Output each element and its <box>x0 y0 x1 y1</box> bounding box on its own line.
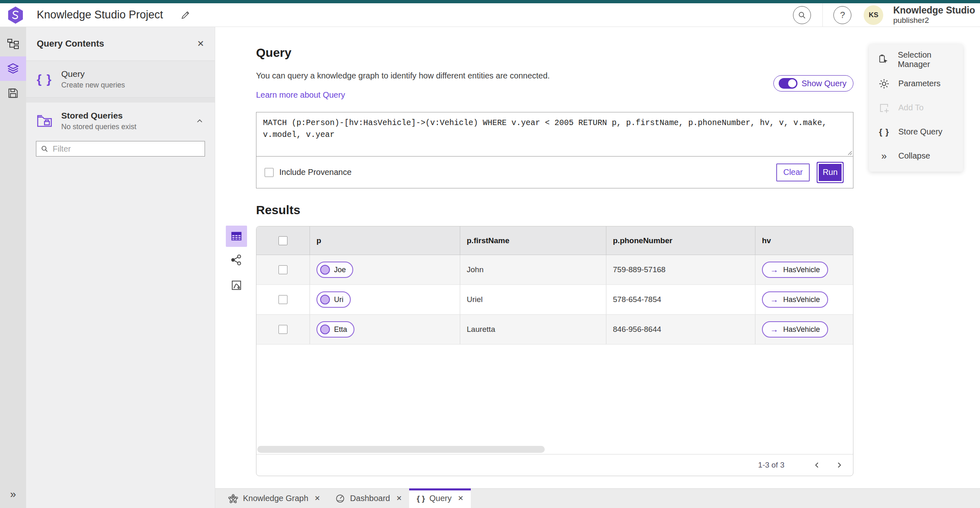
column-header-firstname[interactable]: p.firstName <box>460 226 606 255</box>
entity-label: Uri <box>334 295 343 304</box>
search-icon <box>797 11 806 20</box>
search-icon <box>40 145 49 153</box>
entity-label: Joe <box>334 266 346 274</box>
project-title: Knowledge Studio Project <box>37 9 163 21</box>
user-name: Knowledge Studio <box>893 5 975 16</box>
row-checkbox[interactable] <box>278 325 287 334</box>
main-content: Query You can query a knowledge graph to… <box>215 27 980 508</box>
user-info: Knowledge Studio publisher2 <box>893 5 975 25</box>
graph-view-button[interactable] <box>226 251 247 269</box>
cell-phonenumber: 759-889-57168 <box>613 265 666 274</box>
dashboard-gauge-icon <box>335 493 345 504</box>
relationship-label: HasVehicle <box>783 266 820 274</box>
header-actions: ? KS Knowledge Studio publisher2 <box>793 3 980 27</box>
node-circle-icon <box>320 324 330 334</box>
relationship-pill[interactable]: → HasVehicle <box>762 321 828 338</box>
menu-item-collapse[interactable]: » Collapse <box>869 144 963 168</box>
query-actions-menu: Selection Manager Parameters Add To <box>869 44 963 172</box>
close-tab-icon[interactable]: ✕ <box>458 494 463 503</box>
arrow-right-icon: → <box>770 325 778 334</box>
row-checkbox[interactable] <box>278 295 287 304</box>
next-page-button[interactable] <box>831 457 847 473</box>
rail-item-hierarchy[interactable] <box>0 32 26 56</box>
avatar[interactable]: KS <box>864 5 883 25</box>
cell-firstname: Lauretta <box>467 325 495 334</box>
panel-header: Query Contents ✕ <box>26 27 215 60</box>
entity-node-pill[interactable]: Uri <box>316 291 351 308</box>
pagination-range: 1-3 of 3 <box>758 461 784 470</box>
filter-field <box>36 141 205 157</box>
braces-icon: { } <box>878 127 890 137</box>
entity-node-pill[interactable]: Joe <box>316 262 353 278</box>
tree-view-icon <box>7 38 20 51</box>
menu-item-label: Selection Manager <box>898 50 963 69</box>
bottom-tab-bar: Knowledge Graph ✕ Dashboard ✕ { } Query … <box>215 488 980 508</box>
table-row: Uri Uriel 578-654-7854 → HasVehicle <box>256 285 853 315</box>
select-all-checkbox[interactable] <box>278 236 287 245</box>
app-header: Knowledge Studio Project ? KS Knowledge … <box>0 3 980 27</box>
resize-handle-icon[interactable] <box>846 150 852 155</box>
show-query-toggle[interactable]: Show Query <box>773 75 853 92</box>
column-header-phonenumber[interactable]: p.phoneNumber <box>606 226 755 255</box>
page-description: You can query a knowledge graph to ident… <box>256 71 853 81</box>
chart-view-button[interactable] <box>226 276 247 294</box>
query-editor-box: MATCH (p:Person)-[hv:HasVehicle]->(v:Veh… <box>256 112 853 188</box>
selection-manager-icon <box>878 54 890 65</box>
clear-button[interactable]: Clear <box>776 163 810 181</box>
query-input[interactable]: MATCH (p:Person)-[hv:HasVehicle]->(v:Veh… <box>256 112 853 154</box>
stored-item-text: Stored Queries No stored queries exist <box>61 111 136 131</box>
rail-item-save[interactable] <box>0 81 26 105</box>
column-header-p[interactable]: p <box>310 226 460 255</box>
panel-title: Query Contents <box>37 38 104 49</box>
close-tab-icon[interactable]: ✕ <box>314 494 320 503</box>
left-rail: » <box>0 27 26 508</box>
query-contents-panel: Query Contents ✕ { } Query Create new qu… <box>26 27 215 508</box>
menu-item-label: Parameters <box>898 79 940 88</box>
menu-item-selection-manager[interactable]: Selection Manager <box>869 47 963 72</box>
edit-title-icon[interactable] <box>180 10 191 20</box>
entity-node-pill[interactable]: Etta <box>316 321 354 338</box>
close-panel-icon[interactable]: ✕ <box>197 39 204 49</box>
panel-gap <box>26 98 215 103</box>
panel-item-stored-queries[interactable]: Stored Queries No stored queries exist <box>26 103 215 134</box>
learn-more-link[interactable]: Learn more about Query <box>256 90 345 100</box>
scrollbar-thumb[interactable] <box>257 446 545 453</box>
cell-firstname: Uriel <box>467 295 483 304</box>
filter-input[interactable] <box>53 144 200 154</box>
tab-knowledge-graph[interactable]: Knowledge Graph ✕ <box>220 489 327 508</box>
include-provenance-checkbox[interactable] <box>265 168 274 177</box>
tab-query[interactable]: { } Query ✕ <box>409 489 471 508</box>
panel-item-query[interactable]: { } Query Create new queries <box>26 61 215 98</box>
add-to-icon <box>878 102 890 114</box>
relationship-pill[interactable]: → HasVehicle <box>762 291 828 308</box>
search-button[interactable] <box>793 6 811 24</box>
rail-item-layers[interactable] <box>0 56 26 81</box>
app-logo-icon <box>7 6 24 24</box>
table-view-button[interactable] <box>226 226 247 247</box>
chevron-left-icon <box>813 461 821 469</box>
column-header-hv[interactable]: hv <box>755 226 853 255</box>
collapse-section-icon[interactable] <box>195 116 204 125</box>
page-title: Query <box>256 27 853 60</box>
menu-item-label: Add To <box>898 103 924 112</box>
run-button[interactable]: Run <box>819 164 842 181</box>
user-role: publisher2 <box>893 16 975 25</box>
menu-item-parameters[interactable]: Parameters <box>869 72 963 96</box>
relationship-pill[interactable]: → HasVehicle <box>762 262 828 278</box>
cell-firstname: John <box>467 265 483 274</box>
previous-page-button[interactable] <box>809 457 825 473</box>
tab-dashboard[interactable]: Dashboard ✕ <box>327 489 409 508</box>
results-table: p p.firstName p.phoneNumber hv Joe John … <box>256 226 853 476</box>
layers-icon <box>7 62 20 75</box>
help-icon: ? <box>840 10 845 20</box>
close-tab-icon[interactable]: ✕ <box>396 494 402 503</box>
table-row: Joe John 759-889-57168 → HasVehicle <box>256 255 853 285</box>
braces-icon: { } <box>37 72 56 86</box>
menu-item-store-query[interactable]: { } Store Query <box>869 120 963 144</box>
row-checkbox[interactable] <box>278 265 287 274</box>
table-row: Etta Lauretta 846-956-8644 → HasVehicle <box>256 315 853 345</box>
expand-panel-button[interactable]: » <box>10 488 16 508</box>
menu-item-add-to[interactable]: Add To <box>869 96 963 120</box>
help-button[interactable]: ? <box>833 6 851 24</box>
stored-item-label: Stored Queries <box>61 111 136 121</box>
